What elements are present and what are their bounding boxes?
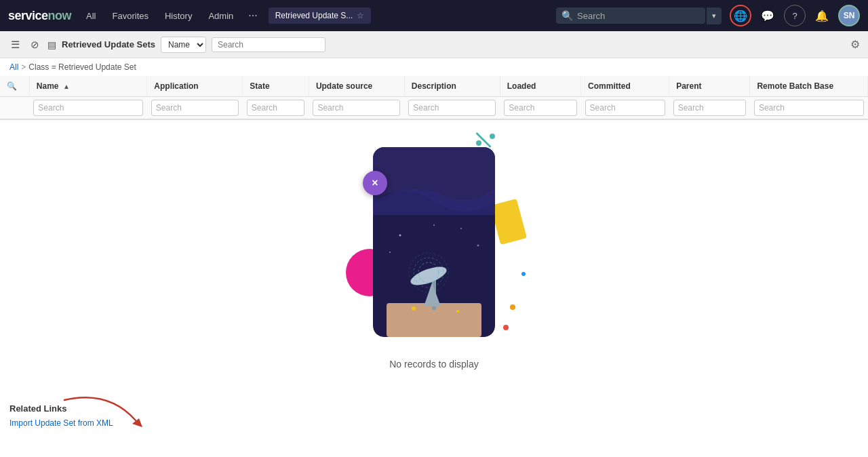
list-view-icon[interactable]: ▤ <box>47 39 56 50</box>
breadcrumb-filter: Class = Retrieved Update Set <box>28 62 136 72</box>
avatar-initials: SN <box>844 11 855 20</box>
hamburger-icon[interactable]: ☰ <box>8 37 22 52</box>
svg-point-14 <box>433 224 435 226</box>
td-loaded-search <box>500 97 580 120</box>
th-remote-batch-base[interactable]: Remote Batch Base <box>750 76 868 97</box>
svg-marker-17 <box>132 418 142 427</box>
filter-search-input[interactable] <box>212 37 326 52</box>
illustration-wrapper: × <box>339 134 529 351</box>
filter-bar: ☰ ⊘ ▤ Retrieved Update Sets Name ⚙ <box>0 31 868 58</box>
deco-teal-dot-2 <box>490 134 495 139</box>
arrow-decoration <box>61 397 156 431</box>
th-loaded[interactable]: Loaded <box>500 76 580 97</box>
td-name-search <box>29 97 146 120</box>
th-committed[interactable]: Committed <box>581 76 669 97</box>
close-button[interactable]: × <box>363 171 387 195</box>
svg-point-11 <box>460 228 462 229</box>
nav-icons: 🌐 💬 ? 🔔 SN <box>730 5 860 26</box>
td-parent-search <box>669 97 750 120</box>
svg-point-16 <box>456 310 459 313</box>
svg-point-12 <box>477 245 479 247</box>
close-icon: × <box>372 177 378 189</box>
sort-asc-icon: ▲ <box>63 83 70 90</box>
td-committed-search <box>581 97 669 120</box>
global-search-input[interactable] <box>577 11 692 21</box>
empty-state: × <box>0 120 868 390</box>
td-remote-search <box>750 97 868 120</box>
table-header-row: 🔍 Name ▲ Application State Update source… <box>0 76 868 97</box>
column-search-row <box>0 97 868 120</box>
svg-point-13 <box>389 252 391 253</box>
svg-point-15 <box>412 306 416 311</box>
td-source-search <box>309 97 404 120</box>
tab-label: Retrieved Update S... <box>275 11 353 20</box>
search-column-icon: 🔍 <box>7 81 17 91</box>
logo[interactable]: servicenow <box>8 9 71 23</box>
description-search-input[interactable] <box>408 100 496 116</box>
th-application[interactable]: Application <box>147 76 243 97</box>
search-icon: 🔍 <box>561 10 573 21</box>
bell-icon-button[interactable]: 🔔 <box>811 5 833 26</box>
filter-field-select[interactable]: Name <box>161 37 206 53</box>
global-search-bar: 🔍 <box>556 7 705 24</box>
deco-red-dot-2 <box>503 325 509 330</box>
help-icon-button[interactable]: ? <box>784 5 806 26</box>
td-application-search <box>147 97 243 120</box>
th-search-icon: 🔍 <box>0 76 29 97</box>
svg-point-10 <box>399 235 401 237</box>
no-records-text: No records to display <box>389 359 479 370</box>
filter-icon[interactable]: ⊘ <box>28 37 42 52</box>
nav-favorites[interactable]: Favorites <box>106 8 155 24</box>
update-source-search-input[interactable] <box>313 100 400 116</box>
nav-history[interactable]: History <box>158 8 199 24</box>
deco-blue-dot <box>521 272 526 276</box>
nav-all[interactable]: All <box>79 8 102 24</box>
th-update-source[interactable]: Update source <box>309 76 404 97</box>
breadcrumb-all-link[interactable]: All <box>9 62 18 72</box>
star-icon[interactable]: ☆ <box>357 11 364 20</box>
globe-icon-button[interactable]: 🌐 <box>730 5 751 26</box>
top-navigation: servicenow All Favorites History Admin ·… <box>0 0 868 31</box>
breadcrumb: All > Class = Retrieved Update Set <box>0 58 868 76</box>
deco-yellow-rect <box>490 199 527 245</box>
committed-search-input[interactable] <box>585 100 665 116</box>
th-description[interactable]: Description <box>404 76 500 97</box>
settings-icon[interactable]: ⚙ <box>850 38 860 51</box>
application-search-input[interactable] <box>151 100 239 116</box>
search-dropdown-button[interactable]: ▾ <box>707 7 722 24</box>
breadcrumb-separator: > <box>21 62 26 72</box>
section-title: Retrieved Update Sets <box>62 39 155 49</box>
chat-icon-button[interactable]: 💬 <box>757 5 778 26</box>
deco-teal-dot-1 <box>476 140 481 146</box>
td-desc-search <box>404 97 500 120</box>
deco-yellow-dot <box>510 304 515 310</box>
loaded-search-input[interactable] <box>504 100 576 116</box>
name-search-input[interactable] <box>33 100 142 116</box>
help-icon: ? <box>792 11 797 21</box>
nav-more[interactable]: ··· <box>243 7 262 24</box>
chat-icon: 💬 <box>761 9 774 22</box>
remote-batch-search-input[interactable] <box>754 100 864 116</box>
parent-search-input[interactable] <box>673 100 746 116</box>
avatar-button[interactable]: SN <box>838 5 860 26</box>
logo-text: servicenow <box>8 9 71 23</box>
th-state[interactable]: State <box>243 76 309 97</box>
th-name[interactable]: Name ▲ <box>29 76 146 97</box>
related-links-section: Related Links Import Update Set from XML <box>0 390 868 435</box>
records-table: 🔍 Name ▲ Application State Update source… <box>0 76 868 120</box>
bell-icon: 🔔 <box>815 9 829 22</box>
th-parent[interactable]: Parent <box>669 76 750 97</box>
current-tab[interactable]: Retrieved Update S... ☆ <box>269 7 372 24</box>
state-search-input[interactable] <box>247 100 305 116</box>
data-table-container: 🔍 Name ▲ Application State Update source… <box>0 76 868 120</box>
td-state-search <box>243 97 309 120</box>
nav-admin[interactable]: Admin <box>201 8 240 24</box>
no-records-illustration <box>373 147 495 337</box>
globe-icon: 🌐 <box>734 9 747 22</box>
td-search-icon-empty <box>0 97 29 120</box>
